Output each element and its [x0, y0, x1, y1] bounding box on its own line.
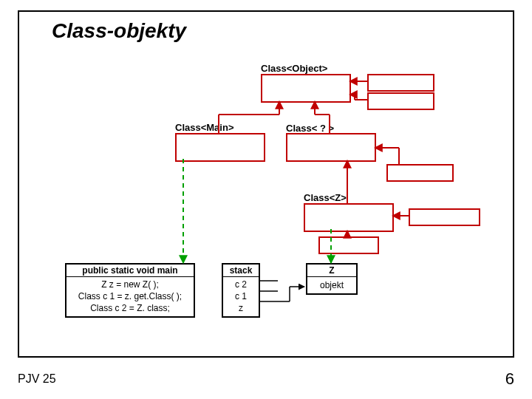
slide-title: Class-objekty [52, 19, 186, 43]
slide: Class-objekty Class<Object> get.Class(),… [0, 0, 532, 399]
box-is-stars [318, 236, 379, 254]
label-class-z: Class<Z> [304, 192, 347, 203]
main-line: Class c 1 = z. get.Class( ); [69, 290, 191, 302]
label-class-main: Class<Main> [175, 122, 234, 133]
footer-left: PJV 25 [18, 372, 56, 386]
stack-line: c 1 [226, 290, 256, 302]
label-class-q: Class< ? > [286, 123, 334, 134]
box-to-string-1 [367, 92, 434, 110]
box-stack-body: c 2 c 1 z [223, 277, 259, 316]
box-to-string-2 [386, 164, 454, 182]
box-class-object [261, 74, 351, 103]
stack-line: z [226, 302, 256, 314]
box-obj-z-body: objekt [307, 277, 356, 293]
label-class-object: Class<Object> [261, 63, 327, 74]
stack-line: c 2 [226, 279, 256, 290]
box-main-body: Z z = new Z( ); Class c 1 = z. get.Class… [66, 277, 194, 316]
footer-right: 6 [505, 369, 514, 389]
box-def-methods [409, 208, 480, 226]
box-class-z [304, 203, 394, 232]
box-stack: stack c 2 c 1 z [222, 263, 260, 318]
box-class-main [175, 133, 265, 162]
box-get-class [367, 74, 434, 92]
box-obj-z-header: Z [307, 265, 356, 277]
box-class-q [286, 133, 376, 162]
box-stack-header: stack [223, 265, 259, 277]
main-line: Class c 2 = Z. class; [69, 302, 191, 314]
box-main-header: public static void main [66, 265, 194, 277]
box-obj-z: Z objekt [306, 263, 358, 295]
box-main: public static void main Z z = new Z( ); … [65, 263, 195, 318]
main-line: Z z = new Z( ); [69, 279, 191, 290]
